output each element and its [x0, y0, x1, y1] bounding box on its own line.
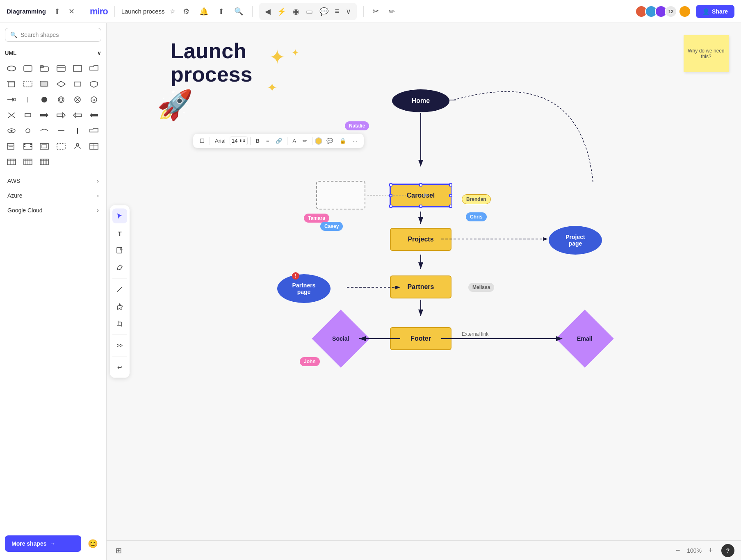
shape-circle-double[interactable]	[55, 93, 68, 106]
uml-section-header[interactable]: UML ∨	[5, 48, 101, 59]
fmt-bold[interactable]: B	[253, 136, 262, 146]
google-cloud-section-header[interactable]: Google Cloud ›	[5, 203, 101, 218]
shape-arrow-left-outline[interactable]	[71, 109, 84, 122]
nav-back-button[interactable]: ◀	[262, 5, 273, 18]
aws-section-header[interactable]: AWS ›	[5, 173, 101, 188]
shape-rect-small-sq[interactable]	[21, 109, 34, 122]
carousel-node[interactable]: Carousel	[390, 184, 451, 207]
search-input[interactable]	[21, 32, 96, 38]
export-button[interactable]: ⬆	[52, 5, 62, 18]
zoom-in-button[interactable]: +	[705, 545, 716, 556]
shape-film[interactable]	[21, 140, 34, 153]
more-tools-button[interactable]: ∨	[343, 5, 353, 18]
scissors-button[interactable]: ✂	[370, 5, 381, 18]
sticky-note-tool[interactable]	[112, 243, 127, 258]
shape-rect-header[interactable]	[55, 62, 68, 75]
shape-table-5col[interactable]	[38, 155, 51, 168]
project-page-node[interactable]: Project page	[549, 226, 602, 255]
shape-arrow-filled[interactable]	[38, 109, 51, 122]
canvas-area[interactable]: T >> ↩	[107, 23, 741, 560]
shape-table-4col[interactable]	[21, 155, 34, 168]
panel-toggle-button[interactable]: ⊞	[113, 544, 124, 558]
shape-folder[interactable]	[87, 62, 100, 75]
shape-rect-3d[interactable]	[5, 77, 18, 91]
partners-page-node[interactable]: Partners page	[277, 274, 331, 303]
text-tool[interactable]: T	[112, 226, 127, 241]
upload-button[interactable]: ⬆	[216, 5, 227, 18]
share-button[interactable]: 👤 Share	[696, 5, 734, 18]
shape-ellipse[interactable]	[5, 62, 18, 75]
close-button[interactable]: ✕	[67, 5, 76, 18]
shape-folder-open[interactable]	[87, 124, 100, 137]
lightning-button[interactable]: ⚡	[275, 5, 289, 18]
shape-dash[interactable]	[55, 124, 68, 137]
azure-section-header[interactable]: Azure ›	[5, 188, 101, 203]
shape-rect-shadow[interactable]	[38, 77, 51, 91]
shape-person[interactable]	[71, 140, 84, 153]
shape-rect-sm[interactable]	[71, 77, 84, 91]
footer-node[interactable]: Footer	[390, 327, 451, 350]
line-tool[interactable]	[112, 282, 127, 297]
fmt-more[interactable]: ···	[350, 136, 360, 146]
shape-arrow-right-label[interactable]	[5, 93, 18, 106]
social-node[interactable]: Social	[312, 310, 369, 367]
shape-arrow-left-filled[interactable]	[87, 109, 100, 122]
shape-table-3col[interactable]	[5, 155, 18, 168]
fmt-align[interactable]: ≡	[264, 136, 272, 146]
shape-curve[interactable]	[38, 124, 51, 137]
zoom-out-button[interactable]: −	[672, 545, 684, 556]
email-node[interactable]: Email	[556, 310, 613, 367]
fmt-pen[interactable]: ✏	[300, 136, 310, 146]
shape-diamond[interactable]	[55, 77, 68, 91]
shape-rect-tab[interactable]	[38, 62, 51, 75]
shape-rect-plain[interactable]	[71, 62, 84, 75]
frame-button[interactable]: ▭	[303, 5, 315, 18]
shape-eye[interactable]	[5, 124, 18, 137]
shape-rect-rounded[interactable]	[21, 62, 34, 75]
notifications-button[interactable]: 🔔	[197, 5, 211, 18]
shape-line[interactable]	[21, 93, 34, 106]
settings-button[interactable]: ⚙	[180, 5, 192, 18]
shape-h-symbol[interactable]: H	[87, 93, 100, 106]
search-button[interactable]: 🔍	[232, 5, 246, 18]
fmt-size[interactable]: 14 ⬆⬇	[230, 137, 248, 145]
help-button[interactable]: ?	[721, 544, 734, 557]
shape-rect-inner[interactable]	[38, 140, 51, 153]
shape-circle-sm[interactable]	[21, 124, 34, 137]
list-button[interactable]: ≡	[333, 5, 342, 18]
empty-dashed-box[interactable]	[316, 181, 365, 209]
shape-circle-filled[interactable]	[38, 93, 51, 106]
timer-button[interactable]: ◉	[290, 5, 302, 18]
star-button[interactable]: ☆	[170, 7, 176, 15]
shape-tool[interactable]	[112, 299, 127, 314]
emoji-button[interactable]: 😊	[84, 535, 101, 552]
search-box[interactable]: 🔍	[5, 28, 101, 42]
chat-button[interactable]: 💬	[317, 5, 331, 18]
shape-dots-grid[interactable]	[55, 140, 68, 153]
pen-button[interactable]: ✏	[386, 5, 397, 18]
crop-tool[interactable]	[112, 316, 127, 331]
sticky-note[interactable]: Why do we need this?	[684, 35, 729, 72]
shape-line-vertical[interactable]	[71, 124, 84, 137]
shape-table-2col[interactable]	[87, 140, 100, 153]
shape-arrow-outline[interactable]	[55, 109, 68, 122]
shape-x-circle[interactable]	[71, 93, 84, 106]
select-tool[interactable]	[112, 209, 127, 223]
fmt-link[interactable]: 🔗	[273, 136, 285, 146]
projects-node[interactable]: Projects	[390, 228, 451, 251]
home-node[interactable]: Home	[392, 89, 449, 112]
shape-rect-dashed[interactable]	[21, 77, 34, 91]
shape-x-plain[interactable]	[5, 109, 18, 122]
fmt-checkbox[interactable]: ☐	[197, 136, 207, 146]
fmt-color-dot[interactable]	[315, 137, 322, 145]
more-tools[interactable]: >>	[112, 338, 127, 353]
shape-note[interactable]	[5, 140, 18, 153]
undo-tool[interactable]: ↩	[112, 360, 127, 375]
more-shapes-button[interactable]: More shapes →	[5, 535, 81, 552]
shape-shield[interactable]	[87, 77, 100, 91]
pen-tool[interactable]	[112, 260, 127, 275]
fmt-comment[interactable]: 💬	[324, 136, 335, 146]
fmt-lock[interactable]: 🔒	[337, 136, 349, 146]
fmt-text-color[interactable]: A	[290, 136, 299, 146]
partners-node[interactable]: Partners	[390, 275, 451, 298]
